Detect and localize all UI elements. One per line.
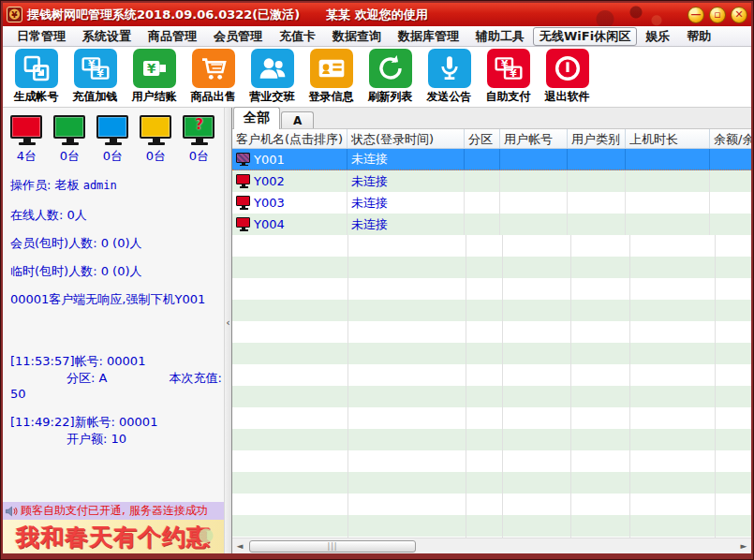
menu-bar: 日常管理 系统设置 商品管理 会员管理 充值卡 数据查询 数据库管理 辅助工具 … xyxy=(3,26,751,47)
self-pay-button[interactable]: ¥¥ 自助支付 xyxy=(479,49,538,105)
window-title: 摆钱树网吧管理系统2018.09.06.0322(已激活) xyxy=(27,7,300,23)
generate-account-button[interactable]: 生成帐号 xyxy=(7,49,66,105)
table-row[interactable]: Y001 未连接 xyxy=(232,149,751,170)
col-balance[interactable]: 余额/余时 xyxy=(710,129,751,148)
sidebar-splitter[interactable]: ‹ xyxy=(225,108,232,553)
status-sidebar: 4台 0台 0台 0台 ? 0台 xyxy=(3,108,225,553)
speaker-icon xyxy=(5,505,19,518)
menu-wifi-lounge[interactable]: 无线WiFi休闲区 xyxy=(533,27,637,46)
member-count: 会员(包时)人数: 0 (0)人 xyxy=(3,235,224,252)
tab-zone-a[interactable]: A xyxy=(281,111,314,128)
app-window: ¥ 摆钱树网吧管理系统2018.09.06.0322(已激活) 某某 欢迎您的使… xyxy=(0,0,754,560)
col-status[interactable]: 状态(登录时间) xyxy=(347,129,465,148)
legend-member: 0台 xyxy=(52,115,87,165)
svg-text:¥: ¥ xyxy=(96,67,104,80)
svg-text:¥: ¥ xyxy=(147,62,156,76)
col-account[interactable]: 用户帐号 xyxy=(500,129,568,148)
menu-data-query[interactable]: 数据查询 xyxy=(324,27,390,46)
menu-database-management[interactable]: 数据库管理 xyxy=(390,27,467,46)
col-user-type[interactable]: 用户类别 xyxy=(568,129,626,148)
maximize-icon[interactable]: ▫ xyxy=(709,7,726,23)
title-bar: ¥ 摆钱树网吧管理系统2018.09.06.0322(已激活) 某某 欢迎您的使… xyxy=(3,3,751,26)
welcome-message: 某某 欢迎您的使用 xyxy=(326,7,428,23)
zone-tab-bar: 全部 A xyxy=(232,108,751,129)
menu-goods-management[interactable]: 商品管理 xyxy=(140,27,205,46)
monitor-question-icon: ? xyxy=(183,115,216,146)
monitor-red-icon xyxy=(10,115,44,146)
log-line: [11:53:57]帐号: 00001 xyxy=(3,353,224,370)
scroll-right-icon[interactable]: ► xyxy=(736,539,751,553)
checkout-icon: ¥ xyxy=(133,49,176,88)
client-monitor-icon xyxy=(236,217,251,231)
menu-system-settings[interactable]: 系统设置 xyxy=(74,27,140,46)
operator-info: 操作员: 老板 admin xyxy=(3,177,224,194)
send-announcement-button[interactable]: 发送公告 xyxy=(420,49,479,105)
scroll-left-icon[interactable]: ◄ xyxy=(232,539,247,553)
client-monitor-icon xyxy=(236,153,251,167)
horizontal-scrollbar[interactable]: ◄ ||| ► xyxy=(232,538,751,553)
menu-entertainment[interactable]: 娱乐 xyxy=(637,27,678,46)
minimize-icon[interactable]: — xyxy=(687,7,704,23)
sell-goods-icon xyxy=(192,49,235,88)
notification-text: 顾客自助支付已开通, 服务器连接成功 xyxy=(21,503,208,519)
sell-goods-button[interactable]: 商品出售 xyxy=(184,49,243,105)
table-row[interactable]: Y003 未连接 xyxy=(232,192,751,214)
refresh-list-button[interactable]: 刷新列表 xyxy=(361,49,420,105)
menu-recharge-card[interactable]: 充值卡 xyxy=(271,27,324,46)
client-grid: 客户机名(点击排序) 状态(登录时间) 分区 用户帐号 用户类别 上机时长 余额… xyxy=(232,129,751,538)
legend-timed: 0台 xyxy=(139,115,173,165)
menu-help[interactable]: 帮助 xyxy=(678,27,719,46)
scrollbar-track[interactable]: ||| xyxy=(247,539,736,553)
col-zone[interactable]: 分区 xyxy=(465,129,500,148)
temp-count: 临时(包时)人数: 0 (0)人 xyxy=(3,263,224,280)
ad-banner-text: 我和春天有个约惠 xyxy=(16,522,211,553)
monitor-blue-icon xyxy=(96,115,130,146)
menu-auxiliary-tools[interactable]: 辅助工具 xyxy=(467,27,533,46)
announcement-icon xyxy=(428,49,471,88)
client-monitor-icon xyxy=(236,174,251,188)
ad-banner[interactable]: 我和春天有个约惠 xyxy=(3,520,224,553)
legend-temp: 0台 xyxy=(96,115,130,165)
collapse-sidebar-icon[interactable]: ‹ xyxy=(226,317,229,329)
tab-all[interactable]: 全部 xyxy=(233,107,280,129)
log-line: [11:49:22]新帐号: 00001 xyxy=(3,414,224,431)
client-table-panel: 全部 A 客户机名(点击排序) 状态(登录时间) 分区 用户帐号 用户类别 上机… xyxy=(232,108,751,553)
app-logo-icon: ¥ xyxy=(7,7,22,22)
table-header-row: 客户机名(点击排序) 状态(登录时间) 分区 用户帐号 用户类别 上机时长 余额… xyxy=(232,129,751,149)
login-info-button[interactable]: 登录信息 xyxy=(302,49,361,105)
operator-account: admin xyxy=(83,179,117,192)
menu-member-management[interactable]: 会员管理 xyxy=(205,27,271,46)
scrollbar-thumb[interactable]: ||| xyxy=(249,540,416,553)
svg-text:¥: ¥ xyxy=(510,67,517,80)
monitor-yellow-icon xyxy=(140,115,173,146)
shift-change-icon xyxy=(251,49,294,88)
col-duration[interactable]: 上机时长 xyxy=(626,129,710,148)
table-row[interactable]: Y002 未连接 xyxy=(232,170,751,192)
recharge-button[interactable]: ¥¥ 充值加钱 xyxy=(66,49,125,105)
exit-icon xyxy=(546,49,589,88)
shift-change-button[interactable]: 营业交班 xyxy=(243,49,302,105)
checkout-button[interactable]: ¥ 用户结账 xyxy=(125,49,184,105)
log-line: 50 xyxy=(3,387,224,401)
legend-unknown: ? 0台 xyxy=(182,115,216,165)
self-pay-icon: ¥¥ xyxy=(487,49,530,88)
notification-bar: 顾客自助支付已开通, 服务器连接成功 xyxy=(3,502,224,520)
online-count: 在线人数: 0人 xyxy=(3,207,224,224)
generate-account-icon xyxy=(15,49,58,88)
client-alert: 00001客户端无响应,强制下机Y001 xyxy=(3,291,224,308)
login-info-icon xyxy=(310,49,353,88)
refresh-icon xyxy=(369,49,412,88)
toolbar: 生成帐号 ¥¥ 充值加钱 ¥ 用户结账 商品出售 营业交班 xyxy=(3,47,751,108)
close-icon[interactable]: ✕ xyxy=(731,7,747,23)
machine-state-legend: 4台 0台 0台 0台 ? 0台 xyxy=(3,108,224,165)
log-line: 开户额: 10 xyxy=(3,431,224,448)
legend-offline: 4台 xyxy=(9,115,44,165)
menu-daily-management[interactable]: 日常管理 xyxy=(8,27,74,46)
exit-software-button[interactable]: 退出软件 xyxy=(538,49,597,105)
table-row[interactable]: Y004 未连接 xyxy=(232,214,751,235)
event-log: [11:53:57]帐号: 00001 分区: A 本次充值: 50 [11:4… xyxy=(3,353,224,448)
table-empty-area xyxy=(232,235,751,538)
recharge-icon: ¥¥ xyxy=(74,49,117,88)
monitor-green-icon xyxy=(53,115,87,146)
col-machine-name[interactable]: 客户机名(点击排序) xyxy=(232,129,347,148)
